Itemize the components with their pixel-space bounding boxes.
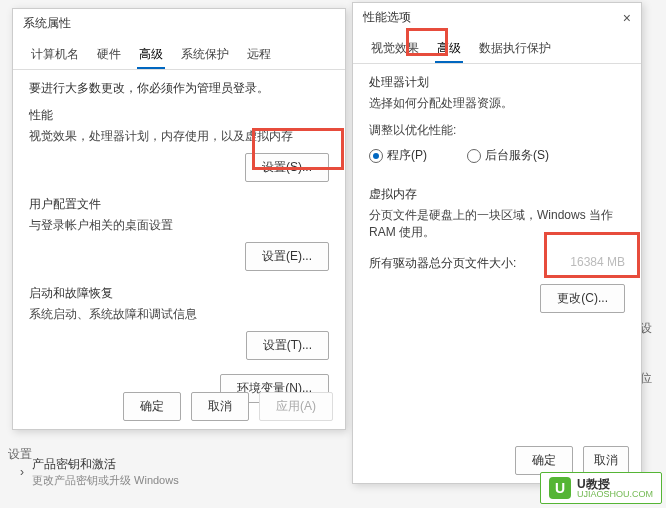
performance-options-dialog: 性能选项 × 视觉效果 高级 数据执行保护 处理器计划 选择如何分配处理器资源。… <box>352 2 642 484</box>
user-profile-title: 用户配置文件 <box>29 196 329 213</box>
dialog1-cancel-button[interactable]: 取消 <box>191 392 249 421</box>
admin-note: 要进行大多数更改，你必须作为管理员登录。 <box>29 80 329 97</box>
adjust-label: 调整以优化性能: <box>369 122 625 139</box>
dialog1-ok-button[interactable]: 确定 <box>123 392 181 421</box>
dialog1-tabs: 计算机名 硬件 高级 系统保护 远程 <box>13 38 345 70</box>
dialog1-title: 系统属性 <box>23 15 71 32</box>
dialog2-ok-button[interactable]: 确定 <box>515 446 573 475</box>
vmem-title: 虚拟内存 <box>369 186 625 203</box>
vmem-total-row: 所有驱动器总分页文件大小: 16384 MB <box>369 255 625 272</box>
virtual-memory-group: 虚拟内存 分页文件是硬盘上的一块区域，Windows 当作 RAM 使用。 所有… <box>369 186 625 313</box>
tab-visual-effects[interactable]: 视觉效果 <box>369 36 421 63</box>
dialog2-content: 处理器计划 选择如何分配处理器资源。 调整以优化性能: 程序(P) 后台服务(S… <box>353 64 641 337</box>
dialog1-titlebar: 系统属性 <box>13 9 345 38</box>
product-key-section[interactable]: › 产品密钥和激活 更改产品密钥或升级 Windows <box>20 456 179 488</box>
dialog2-cancel-button[interactable]: 取消 <box>583 446 629 475</box>
product-text: 产品密钥和激活 更改产品密钥或升级 Windows <box>32 456 179 488</box>
tab-hardware[interactable]: 硬件 <box>95 42 123 69</box>
radio-dot-icon <box>467 149 481 163</box>
processor-scheduling-group: 处理器计划 选择如何分配处理器资源。 调整以优化性能: 程序(P) 后台服务(S… <box>369 74 625 164</box>
dialog1-apply-button[interactable]: 应用(A) <box>259 392 333 421</box>
logo-sub: UJIAOSHOU.COM <box>577 490 653 499</box>
radio-bg-label: 后台服务(S) <box>485 147 549 164</box>
performance-title: 性能 <box>29 107 329 124</box>
dialog2-titlebar: 性能选项 × <box>353 3 641 32</box>
scheduling-radio-row: 程序(P) 后台服务(S) <box>369 147 625 164</box>
startup-recovery-settings-button[interactable]: 设置(T)... <box>246 331 329 360</box>
logo-badge-icon: U <box>549 477 571 499</box>
vmem-total-label: 所有驱动器总分页文件大小: <box>369 255 516 272</box>
user-profile-desc: 与登录帐户相关的桌面设置 <box>29 217 329 234</box>
dialog1-content: 要进行大多数更改，你必须作为管理员登录。 性能 视觉效果，处理器计划，内存使用，… <box>13 70 345 413</box>
startup-recovery-desc: 系统启动、系统故障和调试信息 <box>29 306 329 323</box>
logo-text: U教授 UJIAOSHOU.COM <box>577 478 653 499</box>
user-profile-group: 用户配置文件 与登录帐户相关的桌面设置 设置(E)... <box>29 196 329 271</box>
tab-advanced-2[interactable]: 高级 <box>435 36 463 63</box>
tab-remote[interactable]: 远程 <box>245 42 273 69</box>
vmem-desc: 分页文件是硬盘上的一块区域，Windows 当作 RAM 使用。 <box>369 207 625 241</box>
tab-advanced[interactable]: 高级 <box>137 42 165 69</box>
performance-settings-button[interactable]: 设置(S)... <box>245 153 329 182</box>
dialog2-footer: 确定 取消 <box>515 446 629 475</box>
vmem-total-value: 16384 MB <box>570 255 625 272</box>
radio-programs[interactable]: 程序(P) <box>369 147 427 164</box>
product-title: 产品密钥和激活 <box>32 456 179 473</box>
user-profile-settings-button[interactable]: 设置(E)... <box>245 242 329 271</box>
radio-programs-label: 程序(P) <box>387 147 427 164</box>
radio-background-services[interactable]: 后台服务(S) <box>467 147 549 164</box>
dialog2-title: 性能选项 <box>363 9 411 26</box>
close-icon[interactable]: × <box>623 10 631 26</box>
system-properties-dialog: 系统属性 计算机名 硬件 高级 系统保护 远程 要进行大多数更改，你必须作为管理… <box>12 8 346 430</box>
tab-system-protection[interactable]: 系统保护 <box>179 42 231 69</box>
tab-dep[interactable]: 数据执行保护 <box>477 36 553 63</box>
tab-computer-name[interactable]: 计算机名 <box>29 42 81 69</box>
vmem-change-button[interactable]: 更改(C)... <box>540 284 625 313</box>
performance-desc: 视觉效果，处理器计划，内存使用，以及虚拟内存 <box>29 128 329 145</box>
dialog2-tabs: 视觉效果 高级 数据执行保护 <box>353 32 641 64</box>
startup-recovery-title: 启动和故障恢复 <box>29 285 329 302</box>
chevron-right-icon: › <box>20 465 24 479</box>
product-desc: 更改产品密钥或升级 Windows <box>32 473 179 488</box>
startup-recovery-group: 启动和故障恢复 系统启动、系统故障和调试信息 设置(T)... <box>29 285 329 360</box>
performance-group: 性能 视觉效果，处理器计划，内存使用，以及虚拟内存 设置(S)... <box>29 107 329 182</box>
dialog1-footer: 确定 取消 应用(A) <box>123 392 333 421</box>
logo-main: U教授 <box>577 478 653 490</box>
watermark-logo: U U教授 UJIAOSHOU.COM <box>540 472 662 504</box>
radio-dot-selected-icon <box>369 149 383 163</box>
scheduling-title: 处理器计划 <box>369 74 625 91</box>
scheduling-desc: 选择如何分配处理器资源。 <box>369 95 625 112</box>
